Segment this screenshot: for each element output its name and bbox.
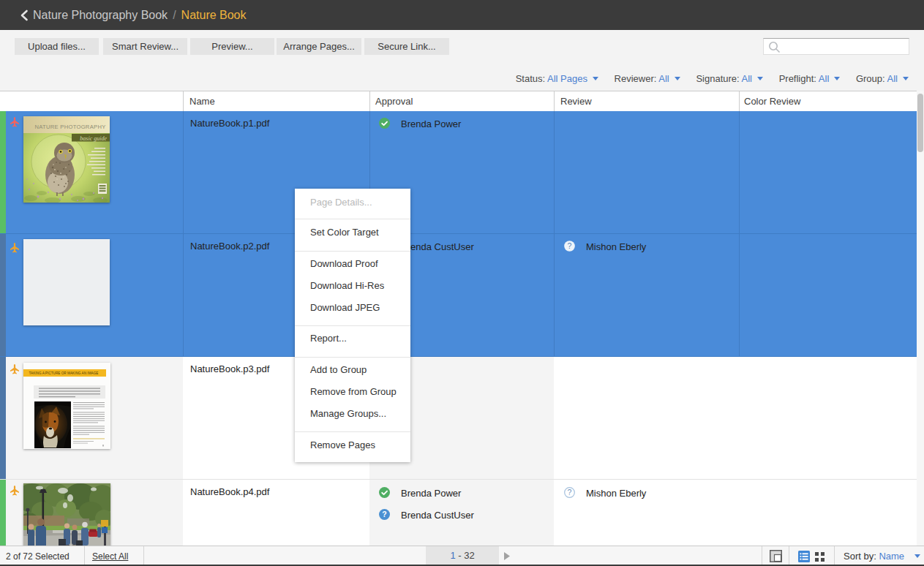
svg-text:?: ? [568,241,572,250]
svg-text:basic guide: basic guide [80,135,107,142]
svg-text:?: ? [382,510,386,518]
svg-text:?: ? [568,488,572,497]
svg-text:TAKING A PICTURE OR MAKING AN: TAKING A PICTURE OR MAKING AN IMAGE [29,371,99,375]
svg-text:NATURE PHOTOGRAPHY: NATURE PHOTOGRAPHY [34,124,105,130]
